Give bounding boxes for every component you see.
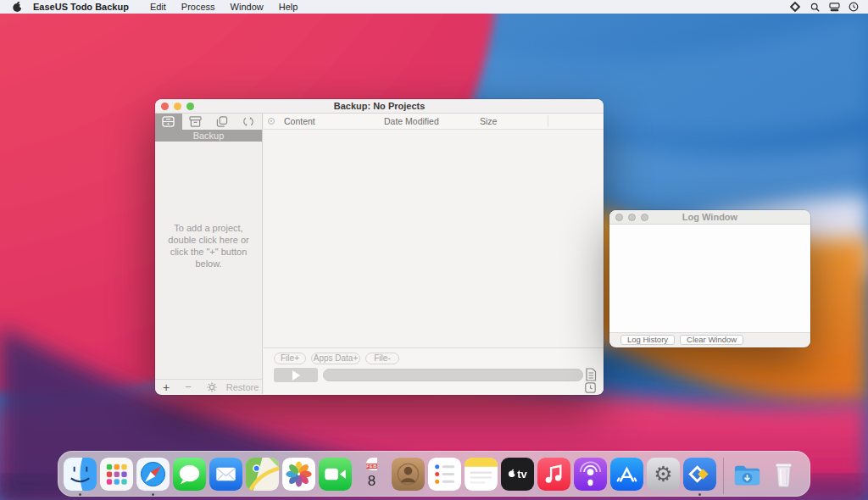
- log-output-area[interactable]: [609, 225, 810, 333]
- column-size[interactable]: Size: [480, 116, 497, 126]
- file-list-area[interactable]: [264, 130, 604, 348]
- apps-data-add-button[interactable]: Apps Data+: [311, 353, 360, 364]
- easeus-todo-backup-icon: [683, 458, 716, 491]
- dock-item-messages[interactable]: [173, 458, 206, 491]
- file-remove-button[interactable]: File-: [365, 353, 399, 364]
- remove-project-button[interactable]: −: [177, 381, 199, 393]
- podcasts-icon: [574, 458, 607, 491]
- clock-icon[interactable]: [848, 1, 860, 13]
- log-minimize-button[interactable]: [628, 214, 636, 221]
- dock-item-safari[interactable]: [136, 458, 170, 491]
- launchpad-icon: [100, 458, 133, 491]
- mail-icon: [209, 458, 242, 491]
- tv-label: tv: [517, 468, 527, 481]
- system-preferences-icon: ⚙: [647, 458, 680, 491]
- apple-tv-icon: tv: [501, 458, 534, 491]
- column-date-modified[interactable]: Date Modified: [384, 116, 439, 126]
- calendar-day: 8: [355, 471, 388, 492]
- main-window: Backup: No Projects: [155, 99, 604, 395]
- photos-icon: [282, 458, 315, 491]
- view-log-button[interactable]: [585, 368, 598, 381]
- log-footer: Log History Clear Window: [609, 333, 810, 347]
- reminders-icon: [428, 458, 461, 491]
- minimize-button[interactable]: [174, 103, 181, 110]
- messages-icon: [173, 458, 206, 491]
- restore-button[interactable]: Restore: [226, 382, 259, 392]
- app-store-icon: [610, 458, 643, 491]
- main-window-title: Backup: No Projects: [155, 101, 604, 111]
- tab-clone[interactable]: [209, 114, 236, 130]
- column-content[interactable]: Content: [284, 116, 315, 126]
- finder-icon: [64, 458, 97, 491]
- dock: FEB 8: [58, 451, 810, 497]
- safari-icon: [136, 458, 170, 491]
- menu-process[interactable]: Process: [174, 2, 223, 12]
- active-app-menu[interactable]: EaseUS Todo Backup: [33, 2, 129, 12]
- spotlight-search-icon[interactable]: [809, 1, 821, 13]
- menu-help[interactable]: Help: [271, 2, 306, 12]
- file-table-header: Content Date Modified Size: [264, 114, 604, 130]
- dock-item-contacts[interactable]: [392, 458, 425, 491]
- menu-window[interactable]: Window: [223, 2, 271, 12]
- apple-icon: [12, 1, 23, 13]
- log-history-button[interactable]: Log History: [620, 335, 675, 345]
- action-bar: File+ Apps Data+ File-: [264, 347, 604, 394]
- downloads-folder-icon: [731, 458, 764, 491]
- clear-window-button[interactable]: Clear Window: [680, 335, 743, 345]
- dock-item-mail[interactable]: [209, 458, 242, 491]
- sync-arrows-icon: [242, 116, 254, 127]
- dock-item-calendar[interactable]: FEB 8: [355, 458, 388, 491]
- sidebar-footer: + − Restore: [155, 379, 262, 394]
- log-zoom-button[interactable]: [641, 214, 648, 221]
- dock-item-finder[interactable]: [64, 458, 97, 491]
- dock-item-system-preferences[interactable]: ⚙: [647, 458, 680, 491]
- dock-item-easeus-todo-backup[interactable]: [683, 458, 716, 491]
- log-window-titlebar[interactable]: Log Window: [609, 210, 810, 225]
- dock-item-launchpad[interactable]: [100, 458, 133, 491]
- maps-icon: [246, 458, 279, 491]
- apple-menu[interactable]: [12, 1, 23, 13]
- dock-item-maps[interactable]: [246, 458, 279, 491]
- close-button[interactable]: [161, 103, 169, 110]
- archive-box-icon: [189, 116, 202, 127]
- calendar-icon: FEB 8: [355, 458, 388, 492]
- project-settings-button[interactable]: [199, 382, 225, 392]
- zoom-button[interactable]: [186, 103, 194, 110]
- dock-item-notes[interactable]: [465, 458, 498, 491]
- tab-archive[interactable]: [182, 114, 209, 130]
- tab-backup[interactable]: [155, 114, 182, 130]
- calendar-month: FEB: [366, 464, 377, 469]
- menu-edit[interactable]: Edit: [142, 2, 174, 12]
- log-close-button[interactable]: [615, 214, 623, 221]
- start-backup-button[interactable]: [274, 368, 318, 382]
- schedule-button[interactable]: [585, 382, 598, 395]
- dock-item-podcasts[interactable]: [574, 458, 607, 491]
- log-document-icon: [585, 368, 597, 381]
- sidebar-empty-hint[interactable]: To add a project, double click here or c…: [155, 222, 262, 269]
- sidebar-section-header: Backup: [155, 130, 262, 142]
- mode-tab-bar: [155, 114, 262, 130]
- dock-item-facetime[interactable]: [319, 458, 352, 491]
- tab-sync[interactable]: [236, 114, 263, 130]
- dock-item-apple-tv[interactable]: tv: [501, 458, 534, 491]
- dock-item-downloads[interactable]: [731, 458, 764, 491]
- dock-item-photos[interactable]: [282, 458, 315, 491]
- menu-bar: EaseUS Todo Backup Edit Process Window H…: [0, 0, 868, 14]
- file-add-button[interactable]: File+: [274, 353, 306, 364]
- backup-status-icon[interactable]: [828, 1, 840, 13]
- backup-content-pane: Content Date Modified Size File+ Apps Da…: [264, 114, 604, 394]
- select-column-icon[interactable]: [268, 118, 275, 125]
- dock-item-app-store[interactable]: [610, 458, 643, 491]
- easeus-status-icon[interactable]: [789, 1, 801, 13]
- music-icon: [537, 458, 570, 491]
- contacts-icon: [392, 458, 425, 491]
- dock-item-reminders[interactable]: [428, 458, 461, 491]
- dock-item-music[interactable]: [537, 458, 570, 491]
- backup-disk-icon: [162, 116, 175, 127]
- project-sidebar: Backup To add a project, double click he…: [155, 114, 263, 394]
- facetime-icon: [319, 458, 352, 491]
- column-divider[interactable]: [548, 115, 548, 127]
- main-window-titlebar[interactable]: Backup: No Projects: [155, 99, 604, 114]
- dock-item-trash[interactable]: [767, 458, 800, 491]
- add-project-button[interactable]: +: [155, 381, 177, 394]
